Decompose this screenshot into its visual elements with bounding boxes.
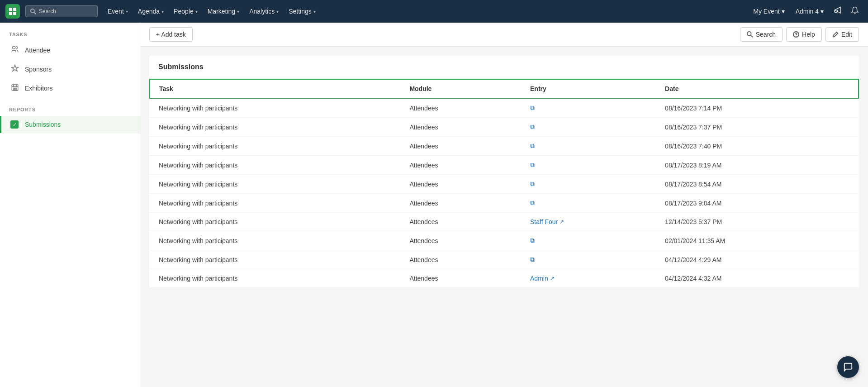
entry-icon-link[interactable]: ⧉ <box>530 237 535 244</box>
submissions-card: Submissions Task Module Entry Date Netwo… <box>149 56 859 288</box>
col-task: Task <box>150 79 400 98</box>
nav-event[interactable]: Event ▾ <box>103 5 133 18</box>
app-logo[interactable] <box>5 4 20 19</box>
cell-date: 04/12/2024 4:29 AM <box>656 250 859 269</box>
my-event-dropdown[interactable]: My Event ▾ <box>749 5 789 18</box>
edit-button[interactable]: Edit <box>825 27 859 42</box>
svg-rect-9 <box>15 88 16 91</box>
entry-icon-link[interactable]: ⧉ <box>530 104 535 111</box>
entry-icon-link[interactable]: ⧉ <box>530 199 535 206</box>
sidebar-label-sponsors: Sponsors <box>25 66 52 73</box>
sidebar-label-submissions: Submissions <box>25 121 61 128</box>
cell-module: Attendees <box>400 137 521 156</box>
cell-entry[interactable]: ⧉ <box>521 194 656 213</box>
entry-link[interactable]: Staff Four ↗ <box>530 218 647 225</box>
nav-search-input[interactable]: Search <box>25 5 98 17</box>
cell-entry[interactable]: Admin ↗ <box>521 269 656 288</box>
svg-rect-3 <box>13 12 16 15</box>
cell-module: Attendees <box>400 118 521 137</box>
help-button-label: Help <box>802 31 815 38</box>
cell-date: 08/16/2023 7:14 PM <box>656 98 859 118</box>
building-icon <box>10 83 19 93</box>
nav-search-placeholder: Search <box>39 8 56 14</box>
sidebar-item-exhibitors[interactable]: Exhibitors <box>0 79 140 98</box>
megaphone-icon[interactable] <box>830 4 845 19</box>
entry-icon-link[interactable]: ⧉ <box>530 161 535 168</box>
admin-dropdown[interactable]: Admin 4 ▾ <box>791 5 828 18</box>
table-row: Networking with participantsAttendees⧉08… <box>150 98 859 118</box>
cell-entry[interactable]: ⧉ <box>521 118 656 137</box>
reports-section-title: REPORTS <box>0 107 140 116</box>
cell-task: Networking with participants <box>150 118 400 137</box>
cell-entry[interactable]: ⧉ <box>521 250 656 269</box>
nav-settings[interactable]: Settings ▾ <box>284 5 320 18</box>
chevron-down-icon: ▾ <box>161 9 164 14</box>
nav-marketing[interactable]: Marketing ▾ <box>203 5 244 18</box>
cell-task: Networking with participants <box>150 175 400 194</box>
external-link-icon: ↗ <box>550 275 555 282</box>
cell-date: 08/16/2023 7:37 PM <box>656 118 859 137</box>
bell-icon[interactable] <box>847 4 863 19</box>
svg-point-6 <box>13 46 15 49</box>
chat-bubble-button[interactable] <box>837 356 859 378</box>
table-header-row: Task Module Entry Date <box>150 79 859 98</box>
col-module: Module <box>400 79 521 98</box>
table-row: Networking with participantsAttendeesSta… <box>150 213 859 231</box>
chevron-down-icon: ▾ <box>313 9 316 14</box>
entry-icon-link[interactable]: ⧉ <box>530 180 535 187</box>
table-row: Networking with participantsAttendees⧉08… <box>150 137 859 156</box>
cell-module: Attendees <box>400 213 521 231</box>
sidebar-item-sponsors[interactable]: Sponsors <box>0 60 140 79</box>
sidebar-item-attendee[interactable]: Attendee <box>0 41 140 60</box>
cell-module: Attendees <box>400 269 521 288</box>
entry-icon-link[interactable]: ⧉ <box>530 123 535 130</box>
help-button[interactable]: Help <box>786 27 822 42</box>
cell-date: 02/01/2024 11:35 AM <box>656 231 859 250</box>
cell-task: Networking with participants <box>150 137 400 156</box>
chevron-down-icon: ▾ <box>126 9 128 14</box>
nav-analytics[interactable]: Analytics ▾ <box>245 5 283 18</box>
main-layout: TASKS Attendee Sponsors <box>0 23 868 387</box>
cell-entry[interactable]: ⧉ <box>521 231 656 250</box>
action-right-buttons: Search Help Edit <box>740 27 859 42</box>
nav-right: My Event ▾ Admin 4 ▾ <box>749 4 863 19</box>
submissions-table: Task Module Entry Date Networking with p… <box>149 79 859 288</box>
action-bar: + Add task Search Help <box>140 23 868 47</box>
chevron-down-icon: ▾ <box>276 9 279 14</box>
entry-link[interactable]: Admin ↗ <box>530 275 647 282</box>
cell-entry[interactable]: ⧉ <box>521 137 656 156</box>
main-content: + Add task Search Help <box>140 23 868 387</box>
table-row: Networking with participantsAttendees⧉08… <box>150 194 859 213</box>
chevron-down-icon: ▾ <box>821 8 824 15</box>
nav-agenda[interactable]: Agenda ▾ <box>133 5 168 18</box>
cell-task: Networking with participants <box>150 156 400 175</box>
table-row: Networking with participantsAttendees⧉04… <box>150 250 859 269</box>
cell-module: Attendees <box>400 98 521 118</box>
cell-module: Attendees <box>400 194 521 213</box>
entry-icon-link[interactable]: ⧉ <box>530 142 535 149</box>
people-icon <box>10 45 19 55</box>
sidebar: TASKS Attendee Sponsors <box>0 23 140 387</box>
cell-module: Attendees <box>400 175 521 194</box>
search-button[interactable]: Search <box>740 27 783 42</box>
cell-entry[interactable]: Staff Four ↗ <box>521 213 656 231</box>
cell-entry[interactable]: ⧉ <box>521 175 656 194</box>
cell-module: Attendees <box>400 250 521 269</box>
add-task-button[interactable]: + Add task <box>149 27 193 42</box>
table-row: Networking with participantsAttendeesAdm… <box>150 269 859 288</box>
sidebar-label-exhibitors: Exhibitors <box>25 85 52 92</box>
cell-entry[interactable]: ⧉ <box>521 156 656 175</box>
sidebar-item-submissions[interactable]: ✓ Submissions <box>0 116 140 133</box>
svg-rect-1 <box>13 8 16 11</box>
nav-menu: Event ▾ Agenda ▾ People ▾ Marketing ▾ An… <box>103 5 747 18</box>
entry-icon-link[interactable]: ⧉ <box>530 256 535 263</box>
nav-people[interactable]: People ▾ <box>169 5 202 18</box>
col-date: Date <box>656 79 859 98</box>
cell-date: 08/16/2023 7:40 PM <box>656 137 859 156</box>
cell-entry[interactable]: ⧉ <box>521 98 656 118</box>
sidebar-label-attendee: Attendee <box>25 47 50 54</box>
table-area: Submissions Task Module Entry Date Netwo… <box>140 47 868 387</box>
sponsors-icon <box>10 64 19 74</box>
svg-line-11 <box>750 35 752 37</box>
svg-point-13 <box>796 36 797 37</box>
